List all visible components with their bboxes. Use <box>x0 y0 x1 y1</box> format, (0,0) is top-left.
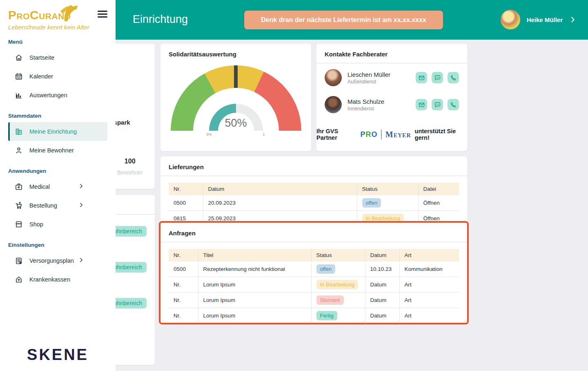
status-badge: Fertig <box>316 311 337 320</box>
nav-section-stammdaten: Stammdaten <box>8 113 107 119</box>
chevron-right-icon <box>78 202 84 209</box>
cart-plus-icon <box>15 201 23 210</box>
cell-titel: Lorum Ipsum <box>198 308 311 324</box>
page-title: Einrichtung <box>133 13 188 26</box>
gauge-max-label: 1 <box>263 132 265 136</box>
chat-icon[interactable] <box>432 99 443 110</box>
nav-section-einstellungen: Einstellungen <box>8 242 107 248</box>
cell-datum: Datum <box>365 293 399 308</box>
card-title: Lieferungen <box>160 156 467 176</box>
sidebar-item-label: Shop <box>29 221 43 228</box>
column-header-status: Status <box>311 249 365 261</box>
gauge-min-label: 0% <box>207 132 212 136</box>
requests-table: Nr. Titel Status Datum Art 0500 Rezepter… <box>169 249 459 323</box>
column-header-status: Status <box>357 183 418 195</box>
sidebar-item-startseite[interactable]: Startseite <box>8 48 107 67</box>
nav-section-menu: Menü <box>8 39 107 45</box>
cell-nr: Nr. <box>169 308 198 324</box>
medical-case-icon <box>15 183 23 191</box>
contact-name: Lieschen Müller <box>347 71 390 78</box>
sidebar-nav: Menü Startseite Kalender Auswertungen St… <box>8 39 107 289</box>
pro-logo: PRO <box>360 130 377 139</box>
column-header-nr: Nr. <box>169 183 203 195</box>
contact-name: Mats Schulze <box>347 98 384 105</box>
sidebar-item-label: Versorgungsplan <box>29 257 74 264</box>
column-header-datei: Datei <box>418 183 459 195</box>
sidebar-item-kalender[interactable]: Kalender <box>8 67 107 86</box>
card-title: Solidaritätsauswertung <box>160 44 311 63</box>
contact-row: Mats Schulze Innendienst <box>316 90 467 117</box>
sidebar-item-bestellung[interactable]: Bestellung <box>8 196 107 215</box>
table-row[interactable]: Nr. Lorum Ipsum Fertig Datum Art <box>169 308 459 324</box>
table-row[interactable]: Nr. Lorum Ipsum In Bearbeitung Datum Art <box>169 277 459 293</box>
sidebar-item-label: Krankenkassen <box>29 276 70 283</box>
home-icon <box>15 54 23 62</box>
contact-avatar <box>325 69 342 86</box>
store-icon <box>15 220 23 228</box>
delivery-reminder-banner[interactable]: Denk dran der nächste Liefertermin ist a… <box>244 11 443 29</box>
sidebar-item-label: Startseite <box>29 54 54 61</box>
top-header: Einrichtung Denk dran der nächste Liefer… <box>116 0 588 40</box>
cell-status: offen <box>357 195 418 211</box>
hamburger-menu-icon[interactable] <box>98 9 107 19</box>
sidebar-item-meine-einrichtung[interactable]: Meine Einrichtung <box>8 122 107 141</box>
column-header-nr: Nr. <box>169 249 198 261</box>
contact-avatar <box>325 96 342 113</box>
cell-datum: Datum <box>365 277 399 293</box>
brand-tagline: Lebensfreude kennt kein Alter <box>8 24 107 31</box>
sidebar-item-label: Kalender <box>29 73 53 80</box>
phone-icon[interactable] <box>448 72 459 83</box>
cell-datum: 10.10.23 <box>365 261 399 277</box>
sidebar-item-versorgungsplan[interactable]: Versorgungsplan <box>8 251 107 270</box>
house-plus-icon <box>15 275 23 284</box>
meyer-logo: Meyer <box>385 130 411 139</box>
sidebar-item-krankenkassen[interactable]: Krankenkassen <box>8 270 107 289</box>
nav-section-anwendungen: Anwendungen <box>8 168 107 174</box>
table-header-row: Nr. Datum Status Datei <box>169 183 459 195</box>
contact-role: Außendienst <box>347 79 390 85</box>
sidebar-item-shop[interactable]: Shop <box>8 215 107 234</box>
sidebar-item-label: Medical <box>29 183 50 190</box>
phone-icon[interactable] <box>448 99 459 110</box>
sidebar-item-label: Bestellung <box>29 202 57 209</box>
card-title: Kontakte Fachberater <box>316 44 467 63</box>
partner-text-pre: Ihr GVS Partner <box>316 128 356 141</box>
chevron-right-icon <box>78 183 84 190</box>
contact-role: Innendienst <box>347 106 384 112</box>
sidebar-item-label: Auswertungen <box>29 92 67 98</box>
sidebar-item-auswertungen[interactable]: Auswertungen <box>8 86 107 105</box>
cell-titel: Rezepterkennung nicht funktional <box>198 261 311 277</box>
skene-logo: SKENE <box>0 346 116 364</box>
status-badge: offen <box>362 198 381 208</box>
cell-nr: Nr. <box>169 293 198 308</box>
partner-text-post: unterstützt Sie gern! <box>415 128 467 141</box>
user-menu[interactable]: Heike Müller <box>501 10 577 29</box>
column-header-datum: Datum <box>203 183 357 195</box>
cell-art: Art <box>399 308 459 324</box>
sidebar-item-meine-bewohner[interactable]: Meine Bewohner <box>8 141 107 160</box>
clipboard-pen-icon <box>15 257 23 265</box>
open-file-link[interactable]: Öffnen <box>418 195 459 211</box>
contacts-card: Kontakte Fachberater Lieschen Müller Auß… <box>316 44 467 151</box>
sidebar: ProCurand Lebensfreude kennt kein Alter … <box>0 0 116 371</box>
sidebar-item-medical[interactable]: Medical <box>8 177 107 196</box>
bar-chart-icon <box>15 91 23 99</box>
solidarity-gauge-card: Solidaritätsauswertung 50% 0% 1 <box>160 44 311 151</box>
cell-nr: 0500 <box>169 195 203 211</box>
person-icon <box>15 146 23 154</box>
logo-separator <box>381 130 381 139</box>
table-row[interactable]: Nr. Lorum Ipsum Storniert Datum Art <box>169 293 459 308</box>
email-icon[interactable] <box>416 99 427 110</box>
email-icon[interactable] <box>416 72 427 83</box>
cell-status: In Bearbeitung <box>311 277 365 293</box>
cell-art: Kommunikation <box>399 261 459 277</box>
column-header-art: Art <box>399 249 459 261</box>
chevron-right-icon <box>569 16 577 23</box>
table-row[interactable]: 0500 Rezepterkennung nicht funktional of… <box>169 261 459 277</box>
table-row: 0500 20.09.2023 offen Öffnen <box>169 195 459 211</box>
chat-icon[interactable] <box>432 72 443 83</box>
cell-status: Fertig <box>311 308 365 324</box>
gauge-chart: 50% 0% 1 <box>171 65 301 145</box>
status-badge: offen <box>316 264 336 274</box>
cell-status: Storniert <box>311 293 365 308</box>
